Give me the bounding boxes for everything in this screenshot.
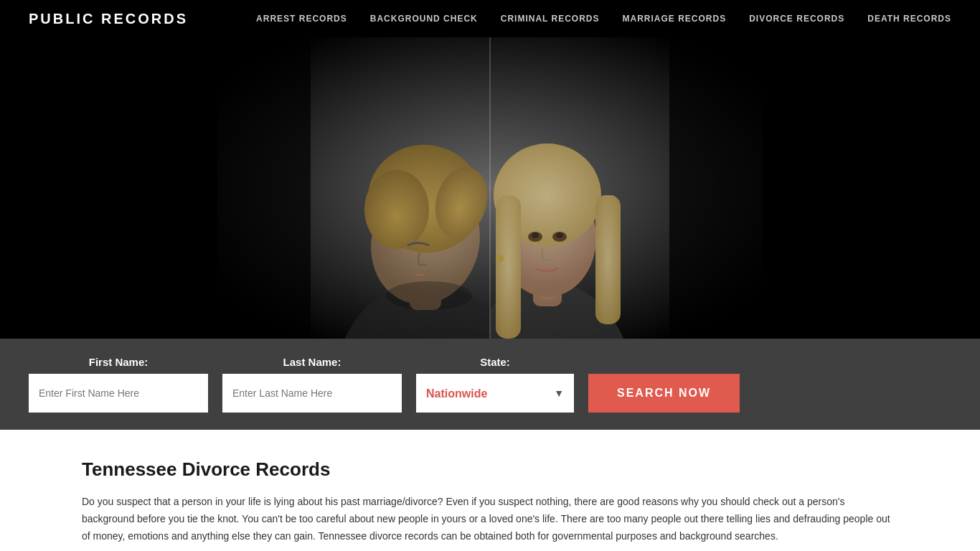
main-nav: ARREST RECORDS BACKGROUND CHECK CRIMINAL…: [256, 14, 951, 24]
state-label: State:: [416, 356, 574, 368]
site-logo[interactable]: PUBLIC RECORDS: [29, 11, 188, 27]
last-name-input[interactable]: [222, 374, 402, 413]
search-now-button[interactable]: SEARCH NOW: [588, 374, 740, 413]
content-paragraph-1: Do you suspect that a person in your lif…: [82, 494, 898, 545]
first-name-label: First Name:: [29, 356, 208, 368]
hero-section: [0, 37, 980, 339]
page-title: Tennessee Divorce Records: [82, 458, 898, 481]
last-name-field: Last Name:: [222, 356, 402, 413]
hero-image: [217, 37, 763, 339]
first-name-input[interactable]: [29, 374, 208, 413]
couple-illustration: [217, 37, 763, 339]
site-header: PUBLIC RECORDS ARREST RECORDS BACKGROUND…: [0, 0, 980, 37]
nav-death-records[interactable]: DEATH RECORDS: [867, 14, 951, 24]
svg-rect-23: [217, 37, 311, 339]
state-select-wrapper: Nationwide Alabama Alaska Arizona Arkans…: [416, 374, 574, 413]
state-field: State: Nationwide Alabama Alaska Arizona…: [416, 356, 574, 413]
nav-arrest-records[interactable]: ARREST RECORDS: [256, 14, 347, 24]
nav-background-check[interactable]: BACKGROUND CHECK: [370, 14, 478, 24]
last-name-label: Last Name:: [222, 356, 402, 368]
nav-criminal-records[interactable]: CRIMINAL RECORDS: [501, 14, 600, 24]
nav-marriage-records[interactable]: MARRIAGE RECORDS: [623, 14, 727, 24]
content-section: Tennessee Divorce Records Do you suspect…: [0, 430, 980, 551]
state-select[interactable]: Nationwide Alabama Alaska Arizona Arkans…: [416, 374, 574, 413]
nav-divorce-records[interactable]: DIVORCE RECORDS: [749, 14, 844, 24]
first-name-field: First Name:: [29, 356, 208, 413]
search-bar: First Name: Last Name: State: Nationwide…: [0, 339, 980, 430]
svg-rect-24: [669, 37, 763, 339]
